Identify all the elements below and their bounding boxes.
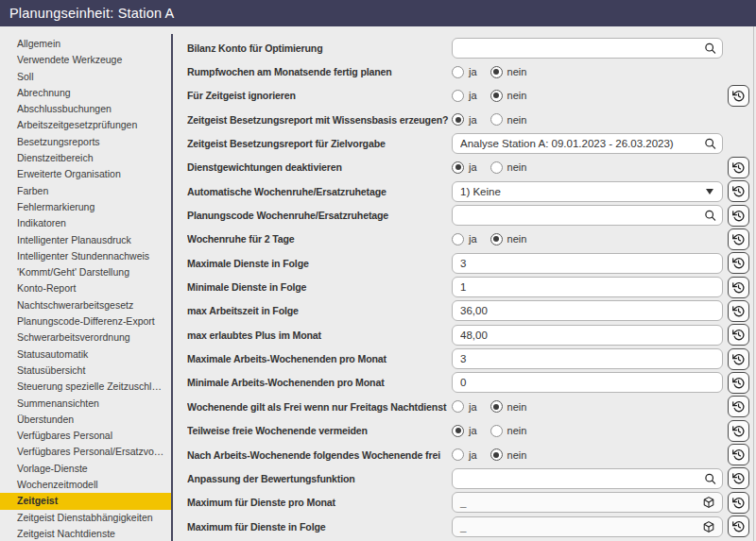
- lookup-input[interactable]: [452, 205, 723, 226]
- sidebar-item[interactable]: Statusübersicht: [0, 363, 173, 379]
- radio-option-ja[interactable]: ja: [452, 66, 477, 78]
- search-icon[interactable]: [704, 42, 716, 54]
- sidebar-item[interactable]: Planungscode-Differenz-Export: [0, 313, 173, 330]
- reset-to-default-button[interactable]: [728, 228, 749, 250]
- reset-to-default-button[interactable]: [728, 516, 749, 537]
- radio-option-nein[interactable]: nein: [490, 113, 527, 126]
- reset-to-default-button[interactable]: [728, 277, 749, 298]
- value-input[interactable]: [452, 277, 723, 297]
- reset-to-default-button[interactable]: [728, 372, 749, 394]
- sidebar-item[interactable]: Erweiterte Organisation: [0, 166, 173, 182]
- reset-to-default-button[interactable]: [728, 324, 749, 346]
- sidebar-item[interactable]: Verfügbares Personal/Ersatzvo…: [0, 444, 173, 460]
- sidebar-item[interactable]: Zeitgeist Nachtdienste: [0, 526, 173, 541]
- search-icon[interactable]: [704, 472, 716, 484]
- field-label: Anpassung der Bewertungsfunktion: [187, 473, 452, 484]
- history-icon: [731, 161, 746, 175]
- sidebar-item[interactable]: Intelligenter Stundennachweis: [0, 248, 173, 264]
- sidebar-item[interactable]: Statusautomatik: [0, 347, 173, 363]
- sidebar-item-selected[interactable]: Zeitgeist: [0, 493, 173, 509]
- sidebar-item[interactable]: Dienstzeitbereich: [0, 150, 173, 166]
- field-control: [452, 205, 723, 226]
- sidebar-item[interactable]: Abrechnung: [0, 85, 173, 101]
- dropdown-value: 1) Keine: [460, 186, 501, 197]
- sidebar-item[interactable]: 'Kommt/Geht' Darstellung: [0, 264, 173, 280]
- field-control: _: [452, 492, 723, 513]
- reset-cell: [723, 516, 754, 537]
- radio-option-nein[interactable]: nein: [490, 90, 527, 102]
- sidebar-item[interactable]: Verwendete Werkzeuge: [0, 52, 173, 68]
- sidebar-item[interactable]: Indikatoren: [0, 215, 173, 231]
- radio-option-ja[interactable]: ja: [452, 90, 477, 102]
- sidebar-item[interactable]: Summenansichten: [0, 396, 173, 412]
- value-input[interactable]: [452, 372, 723, 393]
- radio-icon: [452, 233, 464, 245]
- search-icon[interactable]: [704, 138, 716, 150]
- radio-option-nein[interactable]: nein: [490, 400, 527, 413]
- lookup-input[interactable]: [452, 38, 723, 59]
- reset-to-default-button[interactable]: [728, 85, 749, 107]
- sidebar-item[interactable]: Zeitgeist Dienstabhängigkeiten: [0, 510, 173, 526]
- radio-option-ja[interactable]: ja: [452, 233, 477, 245]
- reset-to-default-button[interactable]: [728, 420, 749, 442]
- reset-to-default-button[interactable]: [728, 157, 749, 178]
- value-input[interactable]: [452, 325, 723, 346]
- field-control: [452, 300, 723, 321]
- reset-to-default-button[interactable]: [728, 444, 749, 465]
- sidebar-item[interactable]: Abschlussbuchungen: [0, 101, 173, 117]
- radio-option-ja[interactable]: ja: [452, 400, 477, 413]
- form-row: Bilanz Konto für Optimierung: [187, 36, 756, 59]
- lookup-input[interactable]: [452, 133, 723, 154]
- reset-to-default-button[interactable]: [728, 348, 749, 370]
- field-label: Maximum für Dienste pro Monat: [187, 497, 452, 508]
- cube-icon[interactable]: [702, 520, 715, 533]
- sidebar-item[interactable]: Farben: [0, 183, 173, 199]
- content-area: AllgemeinVerwendete WerkzeugeSollAbrechn…: [0, 26, 756, 541]
- radio-option-ja[interactable]: ja: [452, 448, 477, 461]
- reset-cell: [723, 348, 754, 370]
- radio-option-nein[interactable]: nein: [490, 425, 527, 437]
- sidebar-item[interactable]: Verfügbares Personal: [0, 428, 173, 444]
- sidebar-item[interactable]: Soll: [0, 69, 173, 85]
- sidebar-item[interactable]: Überstunden: [0, 412, 173, 428]
- field-label: Maximale Arbeits-Wochenenden pro Monat: [187, 353, 452, 364]
- reset-to-default-button[interactable]: [728, 492, 749, 514]
- radio-label: nein: [507, 114, 527, 126]
- sidebar-item[interactable]: Allgemein: [0, 36, 173, 52]
- dropdown-field[interactable]: 1) Keine: [452, 181, 723, 202]
- value-input[interactable]: [452, 300, 723, 321]
- sidebar-item[interactable]: Vorlage-Dienste: [0, 461, 173, 477]
- reset-to-default-button[interactable]: [728, 180, 749, 202]
- radio-option-nein[interactable]: nein: [490, 161, 527, 174]
- sidebar-item[interactable]: Steuerung spezielle Zeitzuschl…: [0, 379, 173, 395]
- value-input[interactable]: [452, 253, 723, 274]
- sidebar-item[interactable]: Fehlermarkierung: [0, 199, 173, 215]
- sidebar-item[interactable]: Konto-Report: [0, 280, 173, 296]
- sidebar-item[interactable]: Arbeitszeitgesetzprüfungen: [0, 117, 173, 133]
- search-icon[interactable]: [704, 210, 716, 222]
- sidebar-item[interactable]: Intelligenter Planausdruck: [0, 232, 173, 248]
- radio-option-nein[interactable]: nein: [490, 448, 527, 461]
- lookup-input[interactable]: [452, 468, 723, 489]
- reset-to-default-button[interactable]: [728, 252, 749, 274]
- inherited-value: _: [460, 521, 466, 533]
- radio-selected-icon: [452, 161, 464, 174]
- value-input[interactable]: [452, 348, 723, 369]
- reset-to-default-button[interactable]: [728, 467, 749, 489]
- form-row: Nach Arbeits-Wochenende folgendes Wochen…: [187, 443, 756, 466]
- sidebar-item[interactable]: Wochenzeitmodell: [0, 477, 173, 493]
- radio-option-ja[interactable]: ja: [452, 161, 477, 174]
- radio-option-ja[interactable]: ja: [452, 425, 477, 437]
- reset-to-default-button[interactable]: [728, 205, 749, 227]
- cube-icon[interactable]: [702, 496, 715, 509]
- radio-selected-icon: [452, 425, 464, 437]
- radio-option-nein[interactable]: nein: [490, 233, 527, 245]
- field-control: [452, 372, 723, 393]
- sidebar-item[interactable]: Besetzungsreports: [0, 134, 173, 150]
- reset-to-default-button[interactable]: [728, 396, 749, 417]
- sidebar-item[interactable]: Nachtschwerarbeitsgesetz: [0, 297, 173, 313]
- sidebar-item[interactable]: Schwerarbeitsverordnung: [0, 330, 173, 346]
- radio-option-nein[interactable]: nein: [490, 66, 527, 78]
- reset-to-default-button[interactable]: [728, 300, 749, 322]
- radio-option-ja[interactable]: ja: [452, 113, 477, 126]
